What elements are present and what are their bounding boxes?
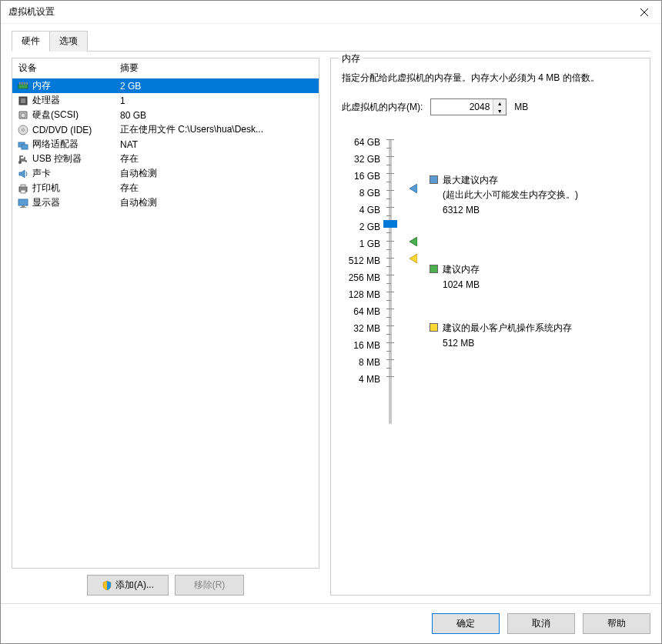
device-row[interactable]: 打印机存在 [12,181,319,195]
slider-tick-label: 16 GB [342,168,380,185]
spinner-up[interactable]: ▲ [493,99,506,107]
device-row[interactable]: 声卡自动检测 [12,166,319,181]
device-name: 打印机 [32,182,60,195]
device-name: 硬盘(SCSI) [32,108,79,122]
device-summary: 80 GB [120,110,319,121]
groupbox-label: 内存 [339,52,363,65]
window-title: 虚拟机设置 [8,5,627,18]
slider-tick-label: 4 GB [342,202,380,219]
memory-instruction: 指定分配给此虚拟机的内存量。内存大小必须为 4 MB 的倍数。 [342,71,639,85]
slider-labels: 64 GB32 GB16 GB8 GB4 GB2 GB1 GB512 MB256… [342,134,386,388]
svg-rect-14 [21,185,25,187]
display-icon [17,197,29,209]
cancel-button[interactable]: 取消 [507,613,575,634]
cpu-icon [17,95,29,107]
tab-options[interactable]: 选项 [49,31,88,52]
device-buttons: 添加(A)... 移除(R) [12,575,319,596]
device-row[interactable]: 显示器自动检测 [12,195,319,210]
vm-settings-window: 虚拟机设置 硬件 选项 设备 摘要 内存2 GB处理器1硬盘(SCSI)80 G… [0,0,662,644]
tabs: 硬件 选项 [12,31,661,52]
slider-tick-label: 64 MB [342,303,380,320]
cd-icon [17,124,29,136]
marker-recommended [408,237,417,246]
usb-icon [17,153,29,165]
right-pane: 内存 指定分配给此虚拟机的内存量。内存大小必须为 4 MB 的倍数。 此虚拟机的… [330,58,650,596]
content: 设备 摘要 内存2 GB处理器1硬盘(SCSI)80 GBCD/DVD (IDE… [12,51,650,596]
device-row[interactable]: 内存2 GB [12,78,319,93]
legend-max-sub: (超出此大小可能发生内存交换。) [443,189,578,202]
device-summary: 2 GB [120,81,319,92]
device-summary: 存在 [120,152,319,165]
header-device[interactable]: 设备 [12,62,120,75]
memory-input[interactable] [431,100,493,114]
swatch-recommended [430,265,438,273]
slider-track-col [386,134,408,388]
spinner-buttons: ▲ ▼ [493,99,506,115]
device-name: 显示器 [32,196,60,209]
slider-tick-label: 16 MB [342,337,380,354]
sound-icon [17,168,29,180]
device-summary: 1 [120,95,319,106]
device-row[interactable]: 处理器1 [12,93,319,108]
left-pane: 设备 摘要 内存2 GB处理器1硬盘(SCSI)80 GBCD/DVD (IDE… [12,58,319,596]
help-button[interactable]: 帮助 [583,613,650,634]
add-button-label: 添加(A)... [115,579,154,592]
svg-rect-2 [22,82,23,85]
slider-tick-label: 2 GB [342,219,380,235]
spinner-down[interactable]: ▼ [493,107,506,115]
legend-rec-title: 建议内存 [443,263,480,276]
device-list: 设备 摘要 内存2 GB处理器1硬盘(SCSI)80 GBCD/DVD (IDE… [12,58,319,569]
slider-tick-label: 1 GB [342,235,380,252]
slider-tick-label: 512 MB [342,252,380,269]
device-name: CD/DVD (IDE) [32,125,92,135]
close-icon [640,8,648,16]
slider-thumb[interactable] [383,220,397,228]
memory-input-label: 此虚拟机的内存(M): [342,101,423,114]
device-row[interactable]: USB 控制器存在 [12,152,319,166]
add-button[interactable]: 添加(A)... [87,575,169,596]
close-button[interactable] [627,1,661,23]
device-summary: 自动检测 [120,167,319,180]
legend-min-title: 建议的最小客户机操作系统内存 [443,322,572,335]
slider-tick-label: 256 MB [342,269,380,286]
svg-rect-0 [18,85,28,88]
slider-tick-label: 128 MB [342,286,380,303]
svg-rect-18 [20,207,26,208]
legend-max: 最大建议内存 (超出此大小可能发生内存交换。) 6312 MB [430,174,578,215]
device-summary: 存在 [120,182,319,195]
svg-rect-4 [26,82,28,85]
memory-unit: MB [514,102,528,112]
device-name: USB 控制器 [32,152,82,165]
device-summary: 自动检测 [120,196,319,209]
svg-rect-1 [19,82,21,85]
tab-hardware[interactable]: 硬件 [12,31,50,52]
slider-tick-label: 32 MB [342,320,380,337]
legend-max-value: 6312 MB [443,205,578,215]
svg-rect-3 [24,82,25,85]
marker-col [408,134,430,388]
ok-button[interactable]: 确定 [432,613,500,634]
memory-slider-area: 64 GB32 GB16 GB8 GB4 GB2 GB1 GB512 MB256… [342,134,639,388]
legend-col: 最大建议内存 (超出此大小可能发生内存交换。) 6312 MB 建议内存 102… [430,134,639,388]
svg-rect-6 [21,98,25,103]
legend-recommended: 建议内存 1024 MB [430,263,480,290]
legend-max-title: 最大建议内存 [443,174,578,187]
svg-rect-15 [21,190,25,193]
marker-min [408,254,417,263]
legend-min-value: 512 MB [443,338,572,349]
svg-rect-17 [22,205,25,207]
device-row[interactable]: 网络适配器NAT [12,137,319,152]
device-row[interactable]: CD/DVD (IDE)正在使用文件 C:\Users\hua\Desk... [12,122,319,137]
memory-icon [17,80,29,92]
header-summary[interactable]: 摘要 [120,62,319,75]
device-list-header: 设备 摘要 [12,58,319,78]
device-row[interactable]: 硬盘(SCSI)80 GB [12,108,319,122]
svg-rect-11 [22,145,28,149]
device-summary: 正在使用文件 C:\Users\hua\Desk... [120,123,319,136]
swatch-max [430,175,438,184]
device-name: 内存 [32,79,51,92]
swatch-min [430,323,438,332]
footer: 确定 取消 帮助 [1,603,661,643]
device-summary: NAT [120,139,319,150]
slider-tick-label: 8 MB [342,354,380,371]
